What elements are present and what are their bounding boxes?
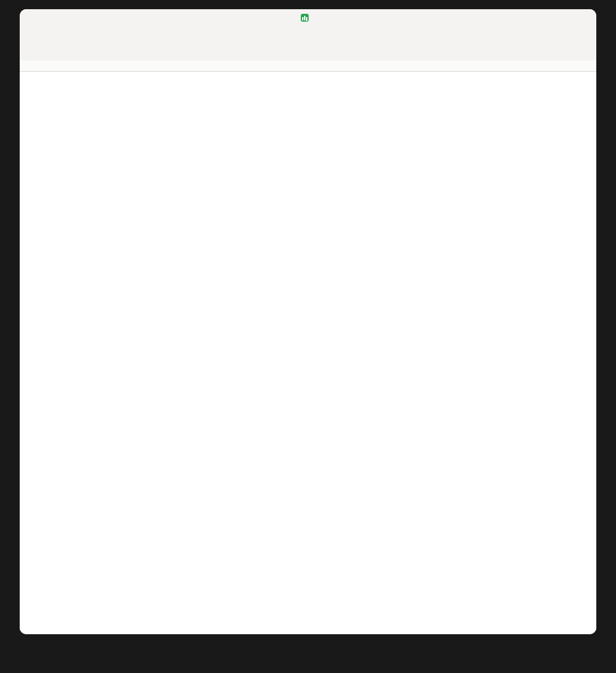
numbers-window — [20, 9, 596, 634]
titlebar — [20, 9, 596, 26]
toolbar — [20, 26, 596, 60]
window-title — [20, 9, 596, 26]
spreadsheet-grid — [20, 72, 596, 634]
numbers-doc-icon — [301, 14, 309, 22]
sheet-tab-bar — [20, 60, 596, 72]
